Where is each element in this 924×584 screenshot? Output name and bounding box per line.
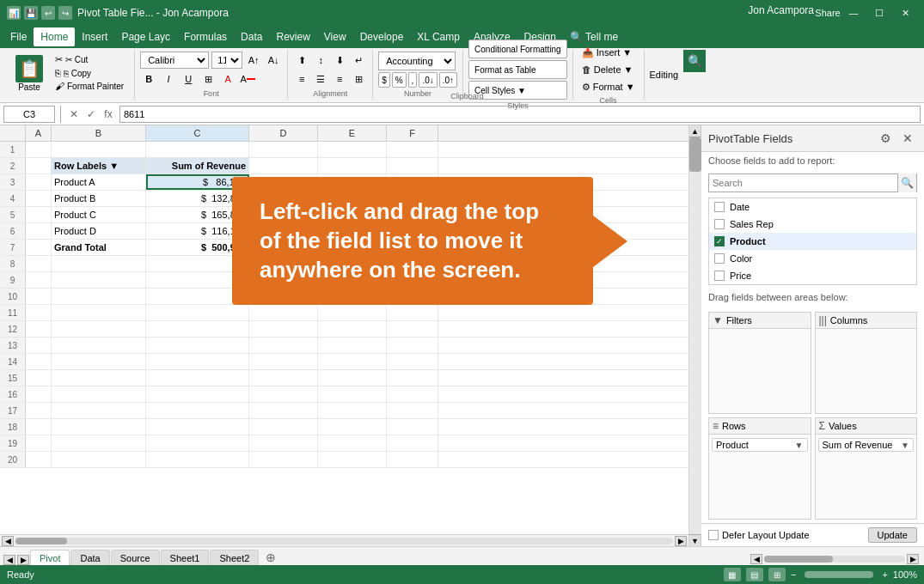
- tab-scroll-thumb[interactable]: [764, 556, 833, 563]
- cell-b10[interactable]: [52, 289, 146, 304]
- cell-a19[interactable]: [26, 435, 52, 451]
- field-checkbox-sales-rep[interactable]: [714, 219, 725, 229]
- scroll-right-arrow[interactable]: ▶: [675, 536, 687, 546]
- cell-d20[interactable]: [249, 452, 318, 467]
- cell-a17[interactable]: [26, 403, 52, 418]
- field-item-color[interactable]: Color: [709, 250, 916, 267]
- cell-b20[interactable]: [52, 452, 146, 467]
- cell-reference-input[interactable]: [3, 106, 55, 123]
- cell-b3[interactable]: Product A: [52, 174, 146, 190]
- cell-e1[interactable]: [318, 142, 387, 157]
- zoom-slider[interactable]: [805, 571, 873, 578]
- values-revenue-chip[interactable]: Sum of Revenue ▼: [818, 438, 915, 452]
- col-header-a[interactable]: A: [26, 125, 52, 141]
- col-header-b[interactable]: B: [52, 125, 146, 141]
- page-layout-view-button[interactable]: ▤: [746, 568, 763, 581]
- update-button[interactable]: Update: [868, 527, 917, 543]
- page-break-view-button[interactable]: ⊞: [768, 568, 786, 581]
- cell-a8[interactable]: [26, 256, 52, 271]
- percent-button[interactable]: %: [392, 72, 407, 88]
- undo-icon[interactable]: ↩: [41, 6, 55, 20]
- cell-e12[interactable]: [318, 321, 387, 337]
- cell-e13[interactable]: [318, 338, 387, 353]
- field-checkbox-price[interactable]: [714, 271, 725, 281]
- delete-button[interactable]: 🗑 Delete ▼: [578, 62, 639, 77]
- cell-d2[interactable]: [249, 158, 318, 173]
- italic-button[interactable]: I: [160, 70, 177, 88]
- menu-developer[interactable]: Develope: [353, 27, 411, 46]
- ribbon-search-button[interactable]: 🔍: [683, 50, 706, 72]
- align-top-button[interactable]: ⬆: [293, 52, 310, 69]
- field-item-sales-rep[interactable]: Sales Rep: [709, 216, 916, 233]
- field-checkbox-product[interactable]: ✓: [714, 236, 725, 246]
- increase-decimal-button[interactable]: .0↑: [439, 72, 457, 88]
- cell-c16[interactable]: [146, 386, 249, 402]
- menu-data[interactable]: Data: [234, 27, 269, 46]
- menu-file[interactable]: File: [3, 27, 34, 46]
- currency-button[interactable]: $: [378, 72, 390, 88]
- cancel-formula-button[interactable]: ✕: [66, 106, 82, 122]
- cell-e18[interactable]: [318, 419, 387, 435]
- tab-scroll-track[interactable]: [764, 556, 905, 563]
- menu-tell-me[interactable]: 🔍 Tell me: [563, 27, 625, 46]
- maximize-button[interactable]: ☐: [867, 4, 891, 21]
- underline-button[interactable]: U: [180, 70, 197, 88]
- cell-e14[interactable]: [318, 354, 387, 369]
- cell-d17[interactable]: [249, 403, 318, 418]
- tab-scroll-left[interactable]: ◀: [3, 555, 15, 565]
- drag-area-filters[interactable]: ▼ Filters: [708, 312, 811, 414]
- cell-b18[interactable]: [52, 419, 146, 435]
- cell-a14[interactable]: [26, 354, 52, 369]
- cell-f15[interactable]: [387, 370, 438, 386]
- cell-a20[interactable]: [26, 452, 52, 467]
- align-middle-button[interactable]: ↕: [312, 52, 329, 69]
- cell-d1[interactable]: [249, 142, 318, 157]
- paste-button[interactable]: 📋 Paste: [9, 52, 50, 95]
- cell-e17[interactable]: [318, 403, 387, 418]
- cell-f16[interactable]: [387, 386, 438, 402]
- cell-a11[interactable]: [26, 305, 52, 320]
- menu-home[interactable]: Home: [34, 27, 75, 46]
- cell-a6[interactable]: [26, 223, 52, 239]
- redo-icon[interactable]: ↪: [58, 6, 72, 20]
- cell-f13[interactable]: [387, 338, 438, 353]
- cell-a1[interactable]: [26, 142, 52, 157]
- cell-b7[interactable]: Grand Total: [52, 240, 146, 255]
- scroll-up-arrow[interactable]: ▲: [689, 125, 701, 137]
- insert-button[interactable]: 📥 Insert ▼: [578, 45, 639, 60]
- tab-data[interactable]: Data: [70, 550, 109, 565]
- field-item-date[interactable]: Date: [709, 198, 916, 216]
- cell-d11[interactable]: [249, 305, 318, 320]
- scroll-down-arrow[interactable]: ▼: [689, 534, 701, 546]
- cell-e20[interactable]: [318, 452, 387, 467]
- font-name-select[interactable]: Calibri: [140, 52, 209, 69]
- align-center-button[interactable]: ☰: [312, 70, 329, 88]
- border-button[interactable]: ⊞: [199, 70, 217, 88]
- scroll-track[interactable]: [15, 538, 673, 544]
- cell-c17[interactable]: [146, 403, 249, 418]
- format-painter-button[interactable]: 🖌 Format Painter: [52, 80, 127, 92]
- normal-view-button[interactable]: ▦: [724, 568, 741, 581]
- tab-sheet2[interactable]: Sheet2: [210, 550, 259, 565]
- menu-insert[interactable]: Insert: [75, 27, 114, 46]
- cell-c20[interactable]: [146, 452, 249, 467]
- cell-e11[interactable]: [318, 305, 387, 320]
- save-icon[interactable]: 💾: [24, 6, 38, 20]
- cell-a16[interactable]: [26, 386, 52, 402]
- cell-b17[interactable]: [52, 403, 146, 418]
- align-left-button[interactable]: ≡: [293, 70, 310, 88]
- pivot-close-button[interactable]: ✕: [898, 129, 917, 148]
- cell-d12[interactable]: [249, 321, 318, 337]
- cell-d18[interactable]: [249, 419, 318, 435]
- col-header-d[interactable]: D: [249, 125, 318, 141]
- horizontal-scrollbar[interactable]: ◀ ▶: [0, 534, 688, 546]
- col-header-e[interactable]: E: [318, 125, 387, 141]
- format-as-table-button[interactable]: Format as Table: [468, 60, 567, 79]
- cell-b4[interactable]: Product B: [52, 191, 146, 206]
- minimize-button[interactable]: —: [841, 4, 866, 21]
- cell-a5[interactable]: [26, 207, 52, 222]
- scroll-thumb[interactable]: [15, 538, 67, 544]
- tab-source[interactable]: Source: [111, 550, 160, 565]
- field-checkbox-date[interactable]: [714, 202, 725, 212]
- menu-formulas[interactable]: Formulas: [177, 27, 234, 46]
